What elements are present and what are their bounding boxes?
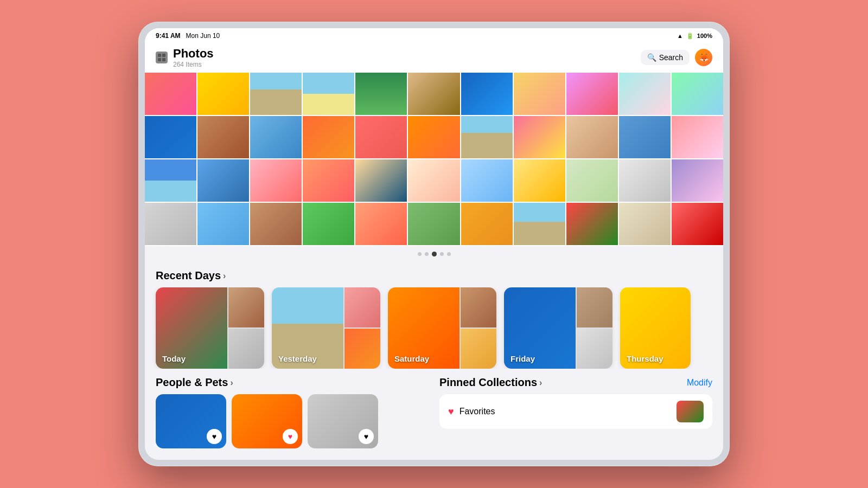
photo-cell[interactable] xyxy=(303,203,354,245)
person-card-3[interactable]: ♥ xyxy=(308,394,378,448)
photo-cell[interactable] xyxy=(355,203,407,245)
app-subtitle: 264 Items xyxy=(173,61,214,68)
modify-button[interactable]: Modify xyxy=(687,378,712,388)
dot-5[interactable] xyxy=(447,252,451,256)
pinned-header: Pinned Collections › Modify xyxy=(439,369,712,394)
person-heart-2[interactable]: ♥ xyxy=(283,429,298,444)
people-pets-header: People & Pets › xyxy=(156,369,429,394)
recent-days-chevron: › xyxy=(223,271,226,281)
search-button[interactable]: 🔍 Search xyxy=(641,50,690,65)
photo-cell[interactable] xyxy=(514,116,565,158)
photo-cell[interactable] xyxy=(303,116,354,158)
photo-row-4 xyxy=(145,203,723,245)
photo-cell[interactable] xyxy=(566,159,618,202)
photo-cell[interactable] xyxy=(250,159,302,202)
battery-percent: 100% xyxy=(697,33,712,39)
pinned-title[interactable]: Pinned Collections › xyxy=(439,376,542,389)
photo-cell[interactable] xyxy=(145,159,196,202)
people-pets-section: People & Pets › ♥ ♥ ♥ xyxy=(156,369,429,448)
pinned-chevron: › xyxy=(539,378,542,388)
pinned-row: ♥ Favorites xyxy=(439,394,712,429)
photo-cell[interactable] xyxy=(355,73,407,115)
photo-cell[interactable] xyxy=(514,73,565,115)
photo-cell[interactable] xyxy=(461,203,513,245)
photo-cell[interactable] xyxy=(197,203,249,245)
battery-icon: 🔋 xyxy=(686,33,694,40)
day-card-side xyxy=(228,287,264,369)
photo-cell[interactable] xyxy=(672,116,723,158)
favorites-label: Favorites xyxy=(459,407,495,416)
photo-cell[interactable] xyxy=(619,73,671,115)
search-icon: 🔍 xyxy=(647,53,656,62)
photo-cell[interactable] xyxy=(461,159,513,202)
dot-3[interactable] xyxy=(432,252,437,256)
status-date: Mon Jun 10 xyxy=(186,32,220,40)
photo-cell[interactable] xyxy=(672,159,723,202)
photo-cell[interactable] xyxy=(250,116,302,158)
people-row: ♥ ♥ ♥ xyxy=(156,394,429,448)
photo-cell[interactable] xyxy=(303,159,354,202)
photo-cell[interactable] xyxy=(461,73,513,115)
photo-cell[interactable] xyxy=(514,159,565,202)
photo-cell[interactable] xyxy=(566,203,618,245)
photo-cell[interactable] xyxy=(145,116,196,158)
recent-days-row: Today Yesterday xyxy=(145,287,723,369)
status-bar: 9:41 AM Mon Jun 10 ▲ 🔋 100% xyxy=(145,28,723,43)
photo-cell[interactable] xyxy=(461,116,513,158)
day-card-thursday[interactable]: Thursday xyxy=(620,287,691,369)
pinned-collections-section: Pinned Collections › Modify ♥ Favorites xyxy=(439,369,712,448)
scroll-content[interactable]: Recent Days › Today xyxy=(145,262,723,460)
day-card-today[interactable]: Today xyxy=(156,287,264,369)
photo-cell[interactable] xyxy=(250,73,302,115)
photo-cell[interactable] xyxy=(197,116,249,158)
photo-cell[interactable] xyxy=(408,159,459,202)
photo-cell[interactable] xyxy=(303,73,354,115)
user-avatar[interactable]: 🦊 xyxy=(695,49,712,66)
photo-cell[interactable] xyxy=(672,203,723,245)
pinned-item-favorites[interactable]: ♥ Favorites xyxy=(439,394,712,429)
photo-cell[interactable] xyxy=(619,159,671,202)
day-card-label-thursday: Thursday xyxy=(627,354,663,363)
dot-4[interactable] xyxy=(440,252,444,256)
app-title: Photos xyxy=(173,47,214,61)
day-card-friday[interactable]: Friday xyxy=(504,287,612,369)
photo-cell[interactable] xyxy=(408,116,459,158)
photo-cell[interactable] xyxy=(566,116,618,158)
dot-2[interactable] xyxy=(425,252,429,256)
person-heart-3[interactable]: ♥ xyxy=(359,429,374,444)
dot-1[interactable] xyxy=(418,252,422,256)
photo-cell[interactable] xyxy=(355,159,407,202)
svg-rect-0 xyxy=(158,54,161,57)
photo-row-3 xyxy=(145,159,723,202)
photo-cell[interactable] xyxy=(619,203,671,245)
day-card-yesterday[interactable]: Yesterday xyxy=(272,287,380,369)
app-header: Photos 264 Items 🔍 Search 🦊 xyxy=(145,43,723,73)
photo-cell[interactable] xyxy=(672,73,723,115)
photo-cell[interactable] xyxy=(619,116,671,158)
day-card-label-saturday: Saturday xyxy=(394,354,429,363)
day-card-side xyxy=(461,287,496,369)
photo-cell[interactable] xyxy=(408,73,459,115)
wifi-icon: ▲ xyxy=(677,33,683,39)
device-frame: 9:41 AM Mon Jun 10 ▲ 🔋 100% Photos xyxy=(138,22,730,466)
person-card-2[interactable]: ♥ xyxy=(232,394,302,448)
photo-cell[interactable] xyxy=(408,203,459,245)
photo-cell[interactable] xyxy=(566,73,618,115)
app-title-block: Photos 264 Items xyxy=(173,47,214,68)
photo-cell[interactable] xyxy=(197,159,249,202)
person-card-1[interactable]: ♥ xyxy=(156,394,226,448)
people-pets-title[interactable]: People & Pets › xyxy=(156,376,233,389)
photo-cell[interactable] xyxy=(250,203,302,245)
recent-days-title[interactable]: Recent Days › xyxy=(156,269,226,282)
day-card-label-friday: Friday xyxy=(510,354,535,363)
day-card-saturday[interactable]: Saturday xyxy=(388,287,496,369)
photo-cell[interactable] xyxy=(145,73,196,115)
svg-rect-2 xyxy=(158,58,161,61)
person-heart-1[interactable]: ♥ xyxy=(207,429,222,444)
dots-indicator xyxy=(145,246,723,262)
photo-cell[interactable] xyxy=(514,203,565,245)
photo-cell[interactable] xyxy=(145,203,196,245)
photo-cell[interactable] xyxy=(355,116,407,158)
photo-cell[interactable] xyxy=(197,73,249,115)
recent-days-header: Recent Days › xyxy=(145,262,723,287)
